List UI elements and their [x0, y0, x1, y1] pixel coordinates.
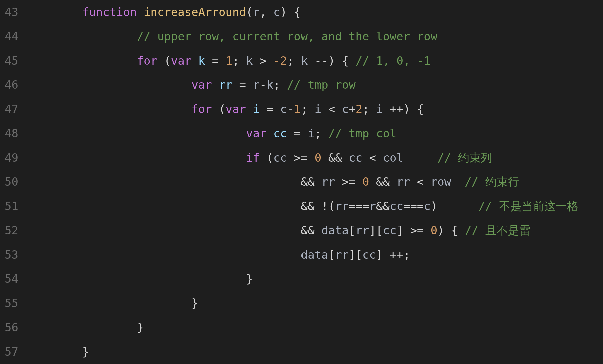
token-op: < — [362, 151, 383, 164]
token-plain: ; — [315, 127, 328, 140]
token-varname: rr — [219, 78, 232, 91]
token-ident: cc — [383, 224, 396, 237]
token-comment: // 1, 0, -1 — [356, 54, 431, 67]
line-number-gutter: 434445464748495051525354555657 — [0, 0, 28, 364]
line-number: 51 — [5, 194, 18, 218]
token-number: 1 — [294, 102, 300, 116]
line-number: 49 — [5, 146, 18, 170]
token-brace: ] — [376, 248, 383, 261]
token-op: && — [301, 199, 321, 213]
line-number: 43 — [5, 0, 18, 24]
token-comment: // 约束行 — [465, 175, 519, 188]
token-op: && — [321, 151, 349, 164]
token-number: 2 — [356, 102, 362, 116]
token-brace: } — [82, 345, 89, 358]
token-brace: [ — [349, 224, 355, 237]
token-ident: i — [308, 127, 314, 140]
token-brace: } — [191, 296, 198, 310]
token-plain: ; — [232, 54, 246, 67]
line-number: 46 — [5, 73, 18, 97]
token-ident: k — [301, 54, 308, 67]
token-op: < — [321, 102, 342, 116]
token-ident: c — [342, 102, 349, 116]
token-op: = — [287, 127, 308, 140]
code-editor[interactable]: 434445464748495051525354555657 function … — [0, 0, 603, 364]
code-line[interactable]: } — [28, 340, 578, 364]
code-line[interactable]: if (cc >= 0 && cc < col // 约束列 — [28, 146, 578, 170]
token-brace: ) — [437, 224, 451, 237]
token-brace: ) — [280, 5, 294, 19]
token-ident: k — [266, 78, 273, 91]
line-number: 53 — [5, 243, 18, 267]
token-keyword: for — [137, 54, 164, 67]
token-number: 0 — [315, 151, 321, 164]
token-brace: } — [137, 321, 143, 334]
token-op: === — [349, 199, 369, 213]
token-brace: ( — [219, 102, 225, 116]
token-ident: rr — [396, 175, 410, 188]
token-ident: k — [246, 54, 253, 67]
line-number: 45 — [5, 49, 18, 73]
code-line[interactable]: data[rr][cc] ++; — [28, 243, 578, 267]
code-line[interactable]: } — [28, 291, 578, 315]
token-ident: data — [321, 224, 349, 237]
token-op: < — [410, 175, 430, 188]
token-brace: ( — [328, 199, 335, 213]
token-brace: { — [417, 102, 424, 116]
token-keyword: function — [82, 5, 144, 19]
code-line[interactable]: && rr >= 0 && rr < row // 约束行 — [28, 170, 578, 194]
code-area[interactable]: function increaseArround(r, c) { // uppe… — [28, 0, 578, 364]
token-ident: rr — [356, 224, 369, 237]
line-number: 56 — [5, 315, 18, 340]
token-ident: r — [253, 5, 259, 19]
token-op: -- — [308, 54, 328, 67]
code-line[interactable]: && !(rr===r&&cc===c) // 不是当前这一格 — [28, 194, 578, 218]
token-ident: row — [431, 175, 451, 188]
token-plain — [451, 175, 465, 188]
code-line[interactable]: // upper row, current row, and the lower… — [28, 24, 578, 49]
token-plain — [403, 151, 437, 164]
line-number: 55 — [5, 291, 18, 315]
code-line[interactable]: var rr = r-k; // tmp row — [28, 73, 578, 97]
token-ident: c — [424, 199, 430, 213]
token-brace: ) — [403, 102, 417, 116]
token-brace: { — [451, 224, 458, 237]
token-keyword: if — [246, 151, 266, 164]
code-line[interactable]: for (var i = c-1; i < c+2; i ++) { — [28, 97, 578, 121]
token-ident: cc — [273, 151, 287, 164]
token-ident: r — [253, 78, 260, 91]
token-brace: ( — [246, 5, 253, 19]
code-line[interactable]: } — [28, 267, 578, 291]
token-comment: // tmp row — [287, 78, 356, 91]
token-op: + — [349, 102, 355, 116]
token-op: ! — [321, 199, 328, 213]
token-op: && — [369, 175, 397, 188]
token-brace: ) — [328, 54, 342, 67]
token-ident: data — [301, 248, 328, 261]
token-ident: c — [273, 5, 280, 19]
code-line[interactable]: function increaseArround(r, c) { — [28, 0, 578, 24]
token-comment: // 且不是雷 — [465, 224, 530, 237]
token-plain: , — [260, 5, 273, 19]
token-op: = — [232, 78, 253, 91]
code-line[interactable]: for (var k = 1; k > -2; k --) { // 1, 0,… — [28, 49, 578, 73]
token-number: 0 — [431, 224, 437, 237]
token-storage: var — [246, 127, 273, 140]
token-brace: [ — [376, 224, 383, 237]
token-plain: ; — [301, 102, 315, 116]
token-brace: [ — [356, 248, 362, 261]
token-op: = — [205, 54, 225, 67]
token-op: ++ — [383, 248, 403, 261]
token-op: && — [301, 224, 321, 237]
code-line[interactable]: var cc = i; // tmp col — [28, 121, 578, 146]
token-op: ++ — [383, 102, 403, 116]
token-number: -2 — [273, 54, 287, 67]
token-plain: ; — [362, 102, 376, 116]
code-line[interactable]: } — [28, 315, 578, 340]
token-op: && — [301, 175, 321, 188]
token-op: >= — [403, 224, 431, 237]
code-line[interactable]: && data[rr][cc] >= 0) { // 且不是雷 — [28, 218, 578, 243]
token-ident: i — [376, 102, 383, 116]
token-number: 0 — [362, 175, 369, 188]
token-brace: } — [246, 272, 253, 285]
